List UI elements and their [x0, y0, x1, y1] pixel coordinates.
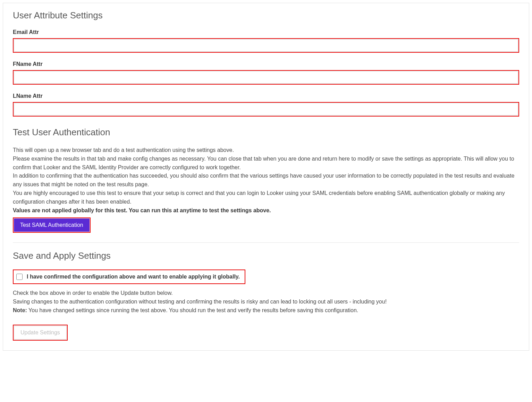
confirm-checkbox[interactable] [16, 274, 23, 280]
save-apply-title: Save and Apply Settings [13, 250, 519, 261]
test-user-auth-title: Test User Authentication [13, 127, 519, 138]
email-attr-group: Email Attr [13, 29, 519, 53]
section-divider [13, 242, 519, 243]
save-apply-p1: Check the box above in order to enable t… [13, 289, 519, 298]
lname-attr-highlight [13, 102, 519, 117]
test-auth-p2: Please examine the results in that tab a… [13, 155, 519, 172]
lname-attr-label: LName Attr [13, 93, 519, 99]
test-saml-button-highlight: Test SAML Authentication [13, 217, 91, 233]
test-auth-p1: This will open up a new browser tab and … [13, 146, 519, 155]
confirm-checkbox-highlight: I have confirmed the configuration above… [13, 270, 245, 284]
lname-attr-input[interactable] [14, 103, 518, 116]
update-settings-button[interactable]: Update Settings [14, 326, 67, 340]
email-attr-highlight [13, 38, 519, 53]
lname-attr-group: LName Attr [13, 93, 519, 117]
test-auth-p3: In addition to confirming that the authe… [13, 172, 519, 189]
email-attr-label: Email Attr [13, 29, 519, 35]
email-attr-input[interactable] [14, 39, 518, 52]
confirm-checkbox-label[interactable]: I have confirmed the configuration above… [27, 274, 240, 280]
fname-attr-input[interactable] [14, 71, 518, 84]
save-apply-note: Note: You have changed settings since ru… [13, 306, 519, 315]
fname-attr-label: FName Attr [13, 61, 519, 67]
user-attribute-settings-title: User Attribute Settings [13, 10, 519, 21]
test-auth-p4: You are highly encouraged to use this te… [13, 189, 519, 206]
save-apply-p2: Saving changes to the authentication con… [13, 298, 519, 306]
fname-attr-highlight [13, 70, 519, 85]
note-rest: You have changed settings since running … [27, 307, 358, 313]
update-settings-button-highlight: Update Settings [13, 325, 68, 341]
fname-attr-group: FName Attr [13, 61, 519, 85]
settings-panel: User Attribute Settings Email Attr FName… [3, 3, 529, 351]
note-prefix: Note: [13, 307, 27, 313]
test-saml-button[interactable]: Test SAML Authentication [14, 219, 90, 232]
test-auth-p5: Values are not applied globally for this… [13, 206, 519, 215]
